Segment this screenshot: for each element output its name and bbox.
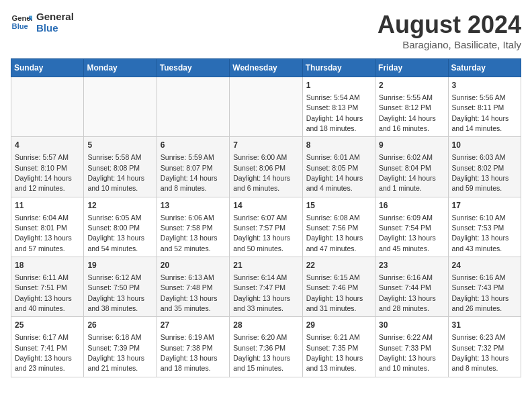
day-number: 24 <box>452 260 517 271</box>
day-number: 22 <box>306 260 371 271</box>
calendar-week-5: 25Sunrise: 6:17 AM Sunset: 7:41 PM Dayli… <box>11 317 521 377</box>
day-info: Sunrise: 6:13 AM Sunset: 7:48 PM Dayligh… <box>161 273 218 312</box>
day-number: 11 <box>15 200 80 212</box>
day-number: 26 <box>87 320 152 331</box>
calendar-cell: 10Sunrise: 6:03 AM Sunset: 8:02 PM Dayli… <box>448 137 521 197</box>
day-info: Sunrise: 6:12 AM Sunset: 7:50 PM Dayligh… <box>87 273 144 312</box>
day-number: 13 <box>161 200 226 212</box>
logo: General Blue General Blue <box>11 11 74 34</box>
day-info: Sunrise: 6:05 AM Sunset: 8:00 PM Dayligh… <box>87 214 144 253</box>
location-subtitle: Baragiano, Basilicate, Italy <box>378 39 521 50</box>
calendar-cell: 18Sunrise: 6:11 AM Sunset: 7:51 PM Dayli… <box>11 257 84 317</box>
day-number: 6 <box>161 140 226 151</box>
day-number: 30 <box>379 320 444 331</box>
day-info: Sunrise: 6:16 AM Sunset: 7:43 PM Dayligh… <box>452 273 509 312</box>
calendar-cell: 20Sunrise: 6:13 AM Sunset: 7:48 PM Dayli… <box>157 257 229 317</box>
day-number: 16 <box>379 200 444 212</box>
day-number: 15 <box>306 200 371 212</box>
calendar-week-3: 11Sunrise: 6:04 AM Sunset: 8:01 PM Dayli… <box>11 197 521 257</box>
calendar-cell: 11Sunrise: 6:04 AM Sunset: 8:01 PM Dayli… <box>11 197 84 257</box>
day-info: Sunrise: 5:55 AM Sunset: 8:12 PM Dayligh… <box>379 93 436 132</box>
day-number: 21 <box>233 260 298 271</box>
day-number: 10 <box>452 140 517 151</box>
logo-icon: General Blue <box>11 11 32 33</box>
calendar-cell: 8Sunrise: 6:01 AM Sunset: 8:05 PM Daylig… <box>302 137 375 197</box>
day-number: 8 <box>306 140 371 151</box>
day-number: 31 <box>452 320 517 331</box>
svg-text:Blue: Blue <box>12 22 28 30</box>
day-number: 3 <box>452 80 517 91</box>
month-title: August 2024 <box>378 11 521 39</box>
day-number: 29 <box>306 320 371 331</box>
calendar-table: SundayMondayTuesdayWednesdayThursdayFrid… <box>11 58 521 377</box>
calendar-cell: 5Sunrise: 5:58 AM Sunset: 8:08 PM Daylig… <box>84 137 157 197</box>
day-number: 4 <box>15 140 80 151</box>
day-info: Sunrise: 6:03 AM Sunset: 8:02 PM Dayligh… <box>452 153 509 192</box>
calendar-cell: 21Sunrise: 6:14 AM Sunset: 7:47 PM Dayli… <box>230 257 302 317</box>
calendar-cell: 16Sunrise: 6:09 AM Sunset: 7:54 PM Dayli… <box>375 197 448 257</box>
day-header-saturday: Saturday <box>448 59 521 77</box>
calendar-week-4: 18Sunrise: 6:11 AM Sunset: 7:51 PM Dayli… <box>11 257 521 317</box>
day-number: 18 <box>15 260 80 271</box>
day-info: Sunrise: 6:23 AM Sunset: 7:32 PM Dayligh… <box>452 333 509 372</box>
day-info: Sunrise: 6:21 AM Sunset: 7:35 PM Dayligh… <box>306 333 363 372</box>
calendar-cell: 12Sunrise: 6:05 AM Sunset: 8:00 PM Dayli… <box>84 197 157 257</box>
calendar-cell: 24Sunrise: 6:16 AM Sunset: 7:43 PM Dayli… <box>448 257 521 317</box>
day-number: 7 <box>233 140 298 151</box>
day-info: Sunrise: 6:16 AM Sunset: 7:44 PM Dayligh… <box>379 273 436 312</box>
day-header-tuesday: Tuesday <box>157 59 229 77</box>
calendar-cell <box>84 77 157 137</box>
calendar-cell: 23Sunrise: 6:16 AM Sunset: 7:44 PM Dayli… <box>375 257 448 317</box>
calendar-cell: 4Sunrise: 5:57 AM Sunset: 8:10 PM Daylig… <box>11 137 84 197</box>
day-number: 23 <box>379 260 444 271</box>
day-info: Sunrise: 5:56 AM Sunset: 8:11 PM Dayligh… <box>452 93 509 132</box>
logo-text-line2: Blue <box>36 22 74 34</box>
calendar-cell: 29Sunrise: 6:21 AM Sunset: 7:35 PM Dayli… <box>302 317 375 377</box>
day-info: Sunrise: 6:04 AM Sunset: 8:01 PM Dayligh… <box>15 214 72 253</box>
calendar-cell <box>157 77 229 137</box>
day-info: Sunrise: 6:09 AM Sunset: 7:54 PM Dayligh… <box>379 214 436 253</box>
calendar-cell: 13Sunrise: 6:06 AM Sunset: 7:58 PM Dayli… <box>157 197 229 257</box>
calendar-week-2: 4Sunrise: 5:57 AM Sunset: 8:10 PM Daylig… <box>11 137 521 197</box>
day-info: Sunrise: 6:19 AM Sunset: 7:38 PM Dayligh… <box>161 333 218 372</box>
day-info: Sunrise: 6:11 AM Sunset: 7:51 PM Dayligh… <box>15 273 72 312</box>
calendar-cell: 3Sunrise: 5:56 AM Sunset: 8:11 PM Daylig… <box>448 77 521 137</box>
day-number: 17 <box>452 200 517 212</box>
day-number: 20 <box>161 260 226 271</box>
calendar-cell <box>230 77 302 137</box>
calendar-header-row: SundayMondayTuesdayWednesdayThursdayFrid… <box>11 59 521 77</box>
day-info: Sunrise: 5:57 AM Sunset: 8:10 PM Dayligh… <box>15 153 72 192</box>
page-header: General Blue General Blue August 2024 Ba… <box>11 11 521 50</box>
day-info: Sunrise: 6:10 AM Sunset: 7:53 PM Dayligh… <box>452 214 509 253</box>
calendar-cell: 9Sunrise: 6:02 AM Sunset: 8:04 PM Daylig… <box>375 137 448 197</box>
day-info: Sunrise: 6:22 AM Sunset: 7:33 PM Dayligh… <box>379 333 436 372</box>
calendar-cell: 19Sunrise: 6:12 AM Sunset: 7:50 PM Dayli… <box>84 257 157 317</box>
calendar-cell <box>11 77 84 137</box>
day-info: Sunrise: 6:17 AM Sunset: 7:41 PM Dayligh… <box>15 333 72 372</box>
day-number: 9 <box>379 140 444 151</box>
calendar-cell: 22Sunrise: 6:15 AM Sunset: 7:46 PM Dayli… <box>302 257 375 317</box>
day-number: 1 <box>306 80 371 91</box>
day-info: Sunrise: 6:15 AM Sunset: 7:46 PM Dayligh… <box>306 273 363 312</box>
day-info: Sunrise: 6:20 AM Sunset: 7:36 PM Dayligh… <box>233 333 290 372</box>
calendar-cell: 25Sunrise: 6:17 AM Sunset: 7:41 PM Dayli… <box>11 317 84 377</box>
calendar-cell: 27Sunrise: 6:19 AM Sunset: 7:38 PM Dayli… <box>157 317 229 377</box>
day-number: 27 <box>161 320 226 331</box>
calendar-cell: 15Sunrise: 6:08 AM Sunset: 7:56 PM Dayli… <box>302 197 375 257</box>
day-number: 28 <box>233 320 298 331</box>
day-info: Sunrise: 5:58 AM Sunset: 8:08 PM Dayligh… <box>87 153 144 192</box>
day-info: Sunrise: 6:06 AM Sunset: 7:58 PM Dayligh… <box>161 214 218 253</box>
calendar-cell: 14Sunrise: 6:07 AM Sunset: 7:57 PM Dayli… <box>230 197 302 257</box>
day-number: 5 <box>87 140 152 151</box>
day-header-wednesday: Wednesday <box>230 59 302 77</box>
day-info: Sunrise: 6:01 AM Sunset: 8:05 PM Dayligh… <box>306 153 363 192</box>
calendar-cell: 17Sunrise: 6:10 AM Sunset: 7:53 PM Dayli… <box>448 197 521 257</box>
calendar-cell: 26Sunrise: 6:18 AM Sunset: 7:39 PM Dayli… <box>84 317 157 377</box>
calendar-week-1: 1Sunrise: 5:54 AM Sunset: 8:13 PM Daylig… <box>11 77 521 137</box>
day-info: Sunrise: 6:02 AM Sunset: 8:04 PM Dayligh… <box>379 153 436 192</box>
calendar-cell: 7Sunrise: 6:00 AM Sunset: 8:06 PM Daylig… <box>230 137 302 197</box>
day-number: 14 <box>233 200 298 212</box>
calendar-cell: 2Sunrise: 5:55 AM Sunset: 8:12 PM Daylig… <box>375 77 448 137</box>
day-info: Sunrise: 6:08 AM Sunset: 7:56 PM Dayligh… <box>306 214 363 253</box>
calendar-cell: 1Sunrise: 5:54 AM Sunset: 8:13 PM Daylig… <box>302 77 375 137</box>
